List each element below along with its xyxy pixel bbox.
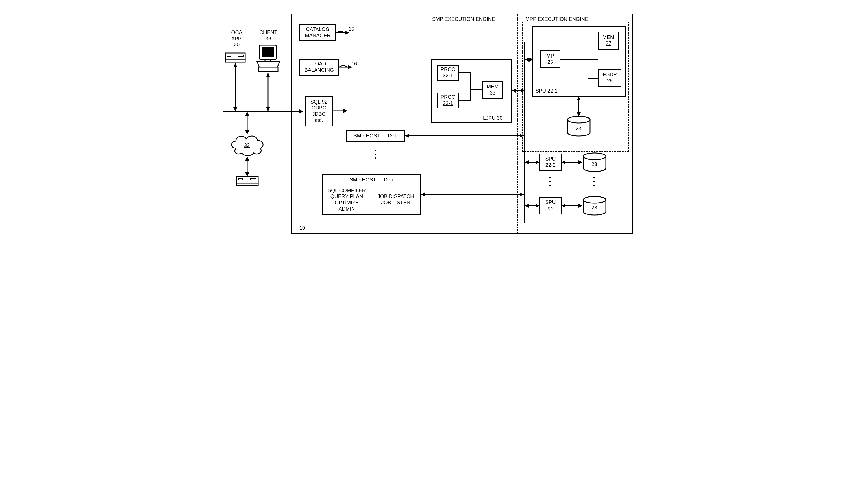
local-app-label: LOCAL APP. 20 <box>225 30 248 48</box>
disk-i-id: 23 <box>592 205 597 211</box>
svg-point-56 <box>583 153 606 160</box>
svg-marker-37 <box>520 193 524 196</box>
svg-rect-10 <box>259 67 278 72</box>
svg-marker-34 <box>520 134 524 138</box>
proc-2-box: PROC32-1 <box>437 93 459 108</box>
arrow-smph-bus <box>421 191 524 198</box>
svg-marker-45 <box>577 96 581 101</box>
svg-point-48 <box>568 116 590 123</box>
load-balancing-box: LOAD BALANCING <box>299 59 339 76</box>
client-label: CLIENT 36 <box>257 30 280 42</box>
arrow-catalog-out <box>336 29 350 37</box>
disk-1-id: 23 <box>576 126 581 132</box>
svg-marker-33 <box>405 134 409 138</box>
spu-2-box: SPU22-2 <box>540 154 561 171</box>
svg-marker-50 <box>525 160 529 164</box>
svg-marker-5 <box>233 63 237 67</box>
network-bus-line <box>223 111 299 112</box>
svg-rect-25 <box>237 183 258 185</box>
arrow-bus-spu2 <box>525 159 540 166</box>
svg-marker-42 <box>525 58 529 61</box>
load-ref: 16 <box>351 61 357 67</box>
svg-marker-59 <box>536 204 540 208</box>
spu1-vline <box>588 41 588 78</box>
system-ref: 10 <box>299 225 305 231</box>
spu1-hline <box>560 59 598 60</box>
svg-marker-51 <box>536 160 540 164</box>
smp-host-1-box: SMP HOST 12-1 <box>346 130 405 142</box>
svg-marker-36 <box>421 193 425 196</box>
cloud-id: 33 <box>244 143 250 149</box>
svg-marker-43 <box>529 58 533 61</box>
smp-host-right-text: JOB DISPATCH JOB LISTEN <box>378 194 414 206</box>
svg-marker-12 <box>266 73 270 77</box>
ljpu-bus-vline <box>470 72 471 101</box>
smp-host-h-box: SMP HOST 12-h SQL COMPILER QUERY PLAN OP… <box>322 175 421 215</box>
catalog-manager-box: CATALOG MANAGER <box>299 24 336 41</box>
smp-engine-title: SMP EXECUTION ENGINE <box>432 16 495 22</box>
smp-host-left-text: SQL COMPILER QUERY PLAN OPTIMIZE ADMIN <box>328 188 366 212</box>
arrow-ljpu-bus <box>512 87 525 94</box>
svg-marker-54 <box>578 160 582 164</box>
mem-33-box: MEM33 <box>482 81 503 99</box>
smp-host-vdots <box>374 149 376 159</box>
mem-27-box: MEM27 <box>598 32 618 50</box>
svg-rect-8 <box>262 48 274 57</box>
disk-vdots <box>593 177 595 186</box>
svg-marker-21 <box>245 173 249 176</box>
arrow-spu2-disk <box>561 159 582 166</box>
disk-2-id: 23 <box>592 161 597 168</box>
local-app-computer-icon <box>225 53 245 63</box>
spu1-mem-hline <box>588 41 598 41</box>
psdp-box: PSDP28 <box>598 69 622 87</box>
remote-computer-icon <box>237 176 258 186</box>
arrow-spui-disk <box>561 202 582 210</box>
arrow-bus-cloud <box>245 112 252 134</box>
spu-vdots <box>549 177 551 186</box>
spu-1-label: SPU 22-1 <box>536 88 558 94</box>
spu1-psdp-hline <box>588 78 598 79</box>
dashed-divider-2 <box>517 14 518 233</box>
proc-1-box: PROC32-1 <box>437 65 459 81</box>
svg-marker-46 <box>577 112 581 116</box>
mpp-bus-vline <box>524 42 525 223</box>
svg-marker-61 <box>561 204 565 208</box>
arrow-localapp-bus <box>233 63 240 111</box>
svg-rect-3 <box>225 60 245 62</box>
catalog-ref: 15 <box>349 26 354 33</box>
arrow-smp1-bus <box>405 132 524 139</box>
arrow-sql-out <box>333 107 349 114</box>
ljpu-proc1-hline <box>459 72 471 73</box>
ljpu-label: LJPU 30 <box>483 115 503 121</box>
ljpu-mem-hline <box>470 89 482 90</box>
svg-marker-31 <box>344 109 347 113</box>
svg-marker-17 <box>245 112 249 116</box>
sql-interface-box: SQL 92 ODBC JDBC etc. <box>305 96 333 126</box>
svg-marker-62 <box>578 204 582 208</box>
mp-box: MP26 <box>540 50 560 68</box>
arrow-spu1-disk <box>577 96 583 116</box>
svg-marker-39 <box>512 89 516 93</box>
arrow-cloud-remote <box>245 157 252 176</box>
ljpu-proc2-hline <box>459 101 471 101</box>
svg-marker-20 <box>245 157 249 161</box>
arrow-load-out <box>339 63 353 71</box>
arrow-client-bus <box>266 73 273 111</box>
dashed-divider-1 <box>426 14 428 233</box>
spu-i-box: SPU22-i <box>540 197 561 214</box>
arrow-bus-spu1 <box>525 56 533 63</box>
arrow-bus-spui <box>525 202 540 210</box>
svg-marker-53 <box>561 160 565 164</box>
svg-marker-58 <box>525 204 529 208</box>
client-computer-icon <box>257 45 280 73</box>
svg-marker-13 <box>266 107 270 111</box>
svg-point-64 <box>583 196 606 203</box>
svg-marker-6 <box>233 107 237 111</box>
